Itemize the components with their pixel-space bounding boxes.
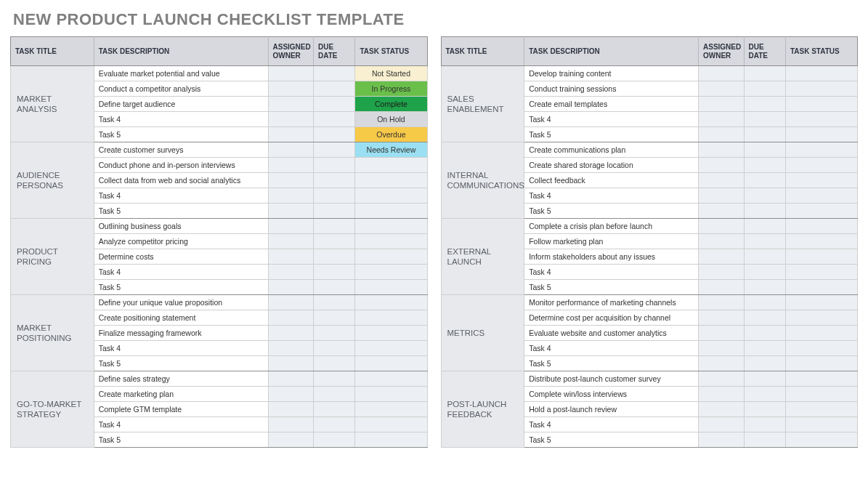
due-date-cell[interactable]: [744, 402, 785, 417]
task-status-cell[interactable]: [785, 188, 857, 204]
assigned-owner-cell[interactable]: [699, 158, 745, 173]
due-date-cell[interactable]: [314, 127, 355, 142]
assigned-owner-cell[interactable]: [268, 142, 314, 158]
assigned-owner-cell[interactable]: [699, 234, 745, 249]
due-date-cell[interactable]: [744, 81, 785, 97]
due-date-cell[interactable]: [314, 81, 355, 97]
task-status-cell[interactable]: [785, 295, 857, 310]
assigned-owner-cell[interactable]: [268, 341, 314, 356]
due-date-cell[interactable]: [744, 265, 785, 280]
due-date-cell[interactable]: [744, 371, 785, 387]
assigned-owner-cell[interactable]: [268, 371, 314, 387]
assigned-owner-cell[interactable]: [699, 249, 745, 265]
due-date-cell[interactable]: [744, 249, 785, 265]
due-date-cell[interactable]: [314, 432, 355, 448]
due-date-cell[interactable]: [744, 97, 785, 112]
assigned-owner-cell[interactable]: [699, 402, 745, 417]
assigned-owner-cell[interactable]: [699, 204, 745, 219]
assigned-owner-cell[interactable]: [268, 310, 314, 326]
assigned-owner-cell[interactable]: [699, 66, 745, 81]
assigned-owner-cell[interactable]: [699, 219, 745, 234]
due-date-cell[interactable]: [314, 234, 355, 249]
task-status-cell[interactable]: [355, 417, 427, 432]
due-date-cell[interactable]: [744, 188, 785, 204]
due-date-cell[interactable]: [744, 158, 785, 173]
task-status-cell[interactable]: [785, 371, 857, 387]
task-status-cell[interactable]: [785, 402, 857, 417]
assigned-owner-cell[interactable]: [268, 387, 314, 402]
task-status-cell[interactable]: [785, 234, 857, 249]
assigned-owner-cell[interactable]: [699, 81, 745, 97]
assigned-owner-cell[interactable]: [268, 112, 314, 127]
assigned-owner-cell[interactable]: [268, 97, 314, 112]
due-date-cell[interactable]: [314, 219, 355, 234]
due-date-cell[interactable]: [314, 417, 355, 432]
assigned-owner-cell[interactable]: [268, 234, 314, 249]
task-status-cell[interactable]: [785, 142, 857, 158]
task-status-cell[interactable]: [355, 295, 427, 310]
due-date-cell[interactable]: [314, 97, 355, 112]
task-status-cell[interactable]: [785, 417, 857, 432]
task-status-cell[interactable]: [355, 310, 427, 326]
due-date-cell[interactable]: [744, 127, 785, 142]
assigned-owner-cell[interactable]: [699, 188, 745, 204]
task-status-cell[interactable]: [355, 432, 427, 448]
due-date-cell[interactable]: [744, 112, 785, 127]
task-status-cell[interactable]: [785, 265, 857, 280]
assigned-owner-cell[interactable]: [699, 112, 745, 127]
task-status-cell[interactable]: On Hold: [355, 112, 427, 127]
assigned-owner-cell[interactable]: [268, 219, 314, 234]
assigned-owner-cell[interactable]: [268, 356, 314, 371]
due-date-cell[interactable]: [744, 432, 785, 448]
due-date-cell[interactable]: [314, 341, 355, 356]
due-date-cell[interactable]: [314, 112, 355, 127]
assigned-owner-cell[interactable]: [268, 432, 314, 448]
task-status-cell[interactable]: [355, 249, 427, 265]
assigned-owner-cell[interactable]: [268, 173, 314, 188]
assigned-owner-cell[interactable]: [699, 127, 745, 142]
due-date-cell[interactable]: [314, 142, 355, 158]
due-date-cell[interactable]: [314, 158, 355, 173]
due-date-cell[interactable]: [744, 234, 785, 249]
due-date-cell[interactable]: [314, 204, 355, 219]
assigned-owner-cell[interactable]: [268, 417, 314, 432]
task-status-cell[interactable]: [785, 81, 857, 97]
task-status-cell[interactable]: [785, 432, 857, 448]
task-status-cell[interactable]: [355, 173, 427, 188]
assigned-owner-cell[interactable]: [699, 356, 745, 371]
task-status-cell[interactable]: [785, 127, 857, 142]
due-date-cell[interactable]: [744, 417, 785, 432]
task-status-cell[interactable]: [785, 173, 857, 188]
due-date-cell[interactable]: [744, 295, 785, 310]
due-date-cell[interactable]: [744, 219, 785, 234]
task-status-cell[interactable]: Not Started: [355, 66, 427, 81]
task-status-cell[interactable]: [785, 387, 857, 402]
task-status-cell[interactable]: [355, 204, 427, 219]
task-status-cell[interactable]: [355, 341, 427, 356]
task-status-cell[interactable]: [785, 280, 857, 295]
assigned-owner-cell[interactable]: [699, 280, 745, 295]
task-status-cell[interactable]: [355, 280, 427, 295]
assigned-owner-cell[interactable]: [699, 295, 745, 310]
task-status-cell[interactable]: [785, 204, 857, 219]
task-status-cell[interactable]: Overdue: [355, 127, 427, 142]
due-date-cell[interactable]: [314, 402, 355, 417]
due-date-cell[interactable]: [744, 310, 785, 326]
assigned-owner-cell[interactable]: [268, 188, 314, 204]
due-date-cell[interactable]: [744, 173, 785, 188]
due-date-cell[interactable]: [314, 280, 355, 295]
task-status-cell[interactable]: [355, 188, 427, 204]
task-status-cell[interactable]: In Progress: [355, 81, 427, 97]
due-date-cell[interactable]: [314, 66, 355, 81]
due-date-cell[interactable]: [314, 249, 355, 265]
assigned-owner-cell[interactable]: [268, 204, 314, 219]
task-status-cell[interactable]: [355, 265, 427, 280]
due-date-cell[interactable]: [744, 204, 785, 219]
assigned-owner-cell[interactable]: [268, 326, 314, 341]
task-status-cell[interactable]: [785, 219, 857, 234]
assigned-owner-cell[interactable]: [699, 387, 745, 402]
assigned-owner-cell[interactable]: [268, 81, 314, 97]
due-date-cell[interactable]: [314, 387, 355, 402]
due-date-cell[interactable]: [314, 265, 355, 280]
task-status-cell[interactable]: [355, 402, 427, 417]
